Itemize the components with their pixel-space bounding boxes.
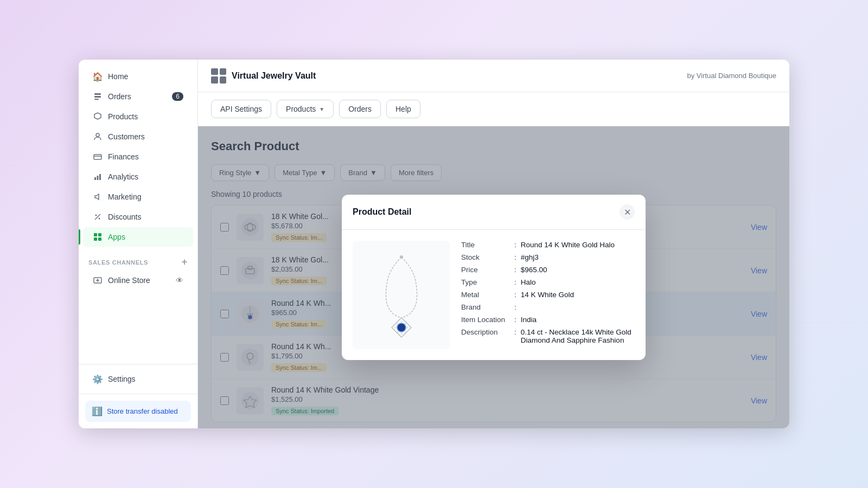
detail-label: Brand bbox=[461, 303, 510, 311]
sidebar-item-orders[interactable]: Orders 6 bbox=[83, 87, 193, 106]
analytics-icon bbox=[93, 172, 103, 182]
detail-label: Title bbox=[461, 241, 510, 249]
orders-button[interactable]: Orders bbox=[339, 100, 381, 118]
sidebar-item-label: Online Store bbox=[108, 276, 150, 285]
sidebar-item-label: Settings bbox=[108, 375, 136, 383]
svg-rect-2 bbox=[94, 99, 99, 100]
detail-label: Description bbox=[461, 328, 510, 336]
online-store-icon bbox=[93, 275, 103, 285]
app-grid-icon bbox=[211, 68, 226, 84]
settings-icon: ⚙️ bbox=[93, 374, 103, 384]
detail-type-row: Type : Halo bbox=[461, 278, 635, 286]
eye-icon: 👁 bbox=[176, 276, 183, 285]
products-label: Products bbox=[286, 105, 316, 113]
detail-value: Round 14 K White Gold Halo bbox=[521, 241, 615, 249]
sidebar-item-label: Orders bbox=[108, 92, 131, 101]
modal-details: Title : Round 14 K White Gold Halo Stock… bbox=[461, 241, 635, 349]
store-transfer-banner: ℹ️ Store transfer disabled bbox=[85, 401, 191, 422]
sidebar-item-home[interactable]: 🏠 Home bbox=[83, 67, 193, 86]
detail-label: Metal bbox=[461, 291, 510, 299]
svg-point-33 bbox=[400, 320, 403, 323]
info-icon: ℹ️ bbox=[92, 406, 103, 416]
sidebar-item-settings[interactable]: ⚙️ Settings bbox=[83, 369, 193, 389]
main-area: Virtual Jewelry Vault by Virtual Diamond… bbox=[198, 60, 789, 428]
svg-point-32 bbox=[397, 323, 406, 332]
modal-body: Title : Round 14 K White Gold Halo Stock… bbox=[342, 230, 646, 360]
svg-rect-13 bbox=[98, 237, 101, 241]
modal-header: Product Detail ✕ bbox=[342, 195, 646, 230]
api-settings-button[interactable]: API Settings bbox=[211, 100, 271, 118]
sidebar-item-marketing[interactable]: Marketing bbox=[83, 187, 193, 207]
detail-metal-row: Metal : 14 K White Gold bbox=[461, 291, 635, 299]
chevron-down-icon: ▼ bbox=[319, 106, 324, 112]
add-channel-button[interactable]: + bbox=[182, 256, 188, 268]
sidebar-item-discounts[interactable]: Discounts bbox=[83, 207, 193, 227]
detail-location-row: Item Location : India bbox=[461, 316, 635, 324]
sidebar: 🏠 Home Orders 6 Products Cu bbox=[79, 60, 198, 428]
sidebar-item-label: Analytics bbox=[108, 172, 138, 181]
customers-icon bbox=[93, 132, 103, 142]
detail-label: Item Location bbox=[461, 316, 510, 324]
sidebar-settings: ⚙️ Settings bbox=[79, 364, 197, 394]
svg-rect-6 bbox=[97, 176, 99, 180]
sidebar-item-finances[interactable]: Finances bbox=[83, 147, 193, 166]
app-by-label: by Virtual Diamond Boutique bbox=[687, 72, 776, 80]
discounts-icon bbox=[93, 212, 103, 222]
detail-value: #ghj3 bbox=[521, 253, 539, 261]
top-header: Virtual Jewelry Vault by Virtual Diamond… bbox=[198, 60, 789, 92]
store-transfer-label: Store transfer disabled bbox=[107, 407, 178, 415]
sidebar-item-products[interactable]: Products bbox=[83, 107, 193, 126]
sidebar-nav: 🏠 Home Orders 6 Products Cu bbox=[79, 60, 197, 364]
product-detail-modal: Product Detail ✕ bbox=[342, 195, 646, 360]
sidebar-item-label: Products bbox=[108, 112, 138, 121]
svg-rect-10 bbox=[94, 233, 97, 236]
sidebar-item-label: Home bbox=[108, 72, 128, 81]
svg-rect-5 bbox=[94, 177, 96, 180]
modal-product-image bbox=[353, 241, 450, 349]
detail-price-row: Price : $965.00 bbox=[461, 266, 635, 274]
svg-point-36 bbox=[394, 326, 397, 329]
svg-point-34 bbox=[406, 326, 409, 329]
detail-description-row: Description : 0.14 ct - Necklace 14k Whi… bbox=[461, 328, 635, 344]
sidebar-item-label: Marketing bbox=[108, 192, 141, 201]
modal-title: Product Detail bbox=[353, 207, 411, 217]
sidebar-item-online-store[interactable]: Online Store 👁 bbox=[83, 271, 193, 290]
svg-rect-11 bbox=[98, 233, 101, 236]
products-button[interactable]: Products ▼ bbox=[277, 100, 334, 118]
sidebar-item-analytics[interactable]: Analytics bbox=[83, 167, 193, 187]
modal-close-button[interactable]: ✕ bbox=[620, 204, 635, 220]
sidebar-item-label: Finances bbox=[108, 152, 139, 161]
toolbar: API Settings Products ▼ Orders Help bbox=[198, 92, 789, 126]
sales-channels-label: SALES CHANNELS bbox=[88, 259, 148, 266]
detail-label: Type bbox=[461, 278, 510, 286]
detail-value: 0.14 ct - Necklace 14k White Gold Diamon… bbox=[521, 328, 635, 344]
finances-icon bbox=[93, 152, 103, 162]
detail-label: Price bbox=[461, 266, 510, 274]
app-title: Virtual Jewelry Vault bbox=[232, 71, 316, 81]
orders-label: Orders bbox=[348, 105, 372, 113]
svg-point-37 bbox=[400, 255, 403, 259]
svg-rect-1 bbox=[94, 96, 101, 98]
svg-rect-4 bbox=[94, 155, 101, 159]
svg-point-3 bbox=[96, 133, 99, 137]
help-label: Help bbox=[395, 105, 411, 113]
sidebar-item-label: Discounts bbox=[108, 213, 141, 221]
orders-badge: 6 bbox=[172, 92, 183, 101]
app-title-area: Virtual Jewelry Vault bbox=[211, 68, 316, 84]
help-button[interactable]: Help bbox=[386, 100, 420, 118]
detail-brand-row: Brand : bbox=[461, 303, 635, 311]
sidebar-item-label: Apps bbox=[108, 233, 125, 241]
modal-overlay: Product Detail ✕ bbox=[198, 126, 789, 428]
api-settings-label: API Settings bbox=[220, 105, 262, 113]
detail-value: India bbox=[521, 316, 537, 324]
detail-title-row: Title : Round 14 K White Gold Halo bbox=[461, 241, 635, 249]
svg-point-9 bbox=[99, 218, 100, 220]
sidebar-item-apps[interactable]: Apps bbox=[83, 227, 193, 247]
app-window: 🏠 Home Orders 6 Products Cu bbox=[79, 60, 789, 428]
svg-point-8 bbox=[95, 215, 97, 216]
detail-value: Halo bbox=[521, 278, 536, 286]
sidebar-item-customers[interactable]: Customers bbox=[83, 127, 193, 146]
products-icon bbox=[93, 112, 103, 121]
orders-icon bbox=[93, 92, 103, 101]
detail-value: $965.00 bbox=[521, 266, 547, 274]
